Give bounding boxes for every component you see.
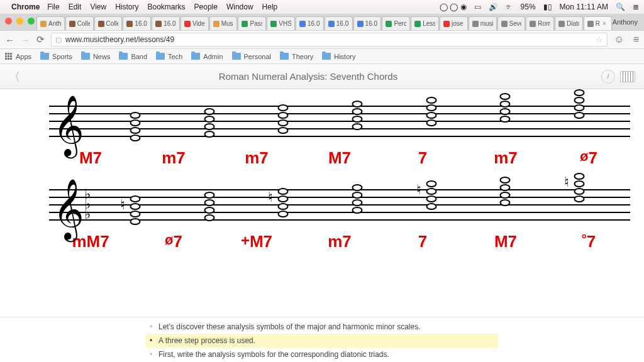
profile-label[interactable]: Anthony	[613, 18, 638, 26]
apps-label: Apps	[16, 53, 31, 60]
menu-history[interactable]: History	[115, 3, 138, 11]
back-button[interactable]: ←	[5, 35, 14, 45]
bookmark-folder[interactable]: Band	[119, 53, 147, 60]
menu-icon[interactable]: ≣	[633, 3, 639, 11]
lesson-step-line[interactable]: First, write the analysis symbols for th…	[146, 348, 498, 361]
browser-tab[interactable]: 16.0	[152, 16, 180, 30]
staff-major	[49, 101, 630, 138]
menubar-app[interactable]: Chrome	[11, 3, 40, 11]
lesson-content: 𝄞 M7m7m7M77m7ø7 𝄞 ♭♭♭ ♮♮♮♮ mM7ø7+M7m77M7…	[0, 89, 644, 317]
chord-quality-label: ø7	[547, 148, 630, 168]
site-info-icon[interactable]: ▢	[55, 36, 62, 44]
browser-tab[interactable]: Diato	[555, 16, 583, 30]
toolbar: ← → ⟳ ▢ www.musictheory.net/lessons/49 ☆…	[0, 30, 644, 49]
menu-view[interactable]: View	[90, 3, 106, 11]
lesson-header: 〈 Roman Numeral Analysis: Seventh Chords…	[0, 64, 644, 89]
menu-people[interactable]: People	[194, 3, 218, 11]
lesson-title: Roman Numeral Analysis: Seventh Chords	[20, 71, 596, 82]
browser-tab[interactable]: Seve	[497, 16, 526, 30]
menu-window[interactable]: Window	[226, 3, 253, 11]
staff-row-major: 𝄞	[0, 101, 644, 138]
chord-quality-label: m7	[464, 148, 547, 168]
browser-tab[interactable]: Less	[411, 16, 439, 30]
battery-icon: ▮▯	[543, 3, 552, 11]
browser-tab[interactable]: Colle	[94, 16, 123, 30]
browser-tab[interactable]: VHS	[267, 16, 295, 30]
chord: ♮	[542, 184, 616, 222]
chord	[469, 184, 543, 222]
minimize-window-icon[interactable]	[16, 18, 23, 25]
chord-quality-label: M7	[464, 232, 547, 251]
menu-bookmarks[interactable]: Bookmarks	[148, 3, 186, 11]
chord-quality-label: 7	[381, 232, 464, 251]
reload-button[interactable]: ⟳	[36, 34, 45, 45]
volume-icon: 🔊	[489, 3, 498, 11]
apps-shortcut[interactable]: Apps	[5, 53, 31, 60]
forward-button: →	[21, 35, 30, 45]
browser-tab[interactable]: Perc	[382, 16, 410, 30]
menu-edit[interactable]: Edit	[69, 3, 82, 11]
bookmark-star-icon[interactable]: ☆	[596, 35, 603, 45]
chord-quality-label: m7	[215, 148, 298, 168]
chord	[172, 101, 247, 138]
chrome-window: AnthColleColle16.016.0VideMusiPassVHS16.…	[0, 14, 644, 362]
bookmark-folder[interactable]: Tech	[156, 53, 182, 60]
browser-tab[interactable]: Musi	[209, 16, 238, 30]
account-icon[interactable]: ☺	[614, 34, 624, 45]
window-controls	[5, 18, 35, 25]
chrome-menu-icon[interactable]: ≡	[633, 34, 639, 45]
battery-text: 95%	[521, 3, 536, 11]
browser-tab[interactable]: 16.0	[296, 16, 324, 30]
chord: ♮	[98, 184, 172, 222]
zoom-window-icon[interactable]	[28, 18, 35, 25]
lesson-step-line[interactable]: A three step process is used.	[146, 334, 498, 348]
chord	[320, 101, 394, 138]
bookmark-folder[interactable]: Sports	[40, 53, 72, 60]
chord-quality-label: ø7	[132, 232, 215, 251]
info-icon[interactable]: i	[601, 70, 615, 84]
spotlight-icon[interactable]: 🔍	[616, 3, 625, 11]
chord: ♮	[246, 184, 320, 222]
browser-tab[interactable]: 16.0	[325, 16, 353, 30]
chord-quality-label: +M7	[215, 232, 298, 251]
chord-labels-major: M7m7m7M77m7ø7	[49, 148, 630, 168]
browser-tab[interactable]: musi	[469, 16, 497, 30]
wifi-icon: ᯤ	[506, 3, 513, 11]
menu-file[interactable]: File	[47, 3, 59, 11]
chord	[172, 184, 247, 222]
url-text: www.musictheory.net/lessons/49	[65, 35, 174, 44]
browser-tab[interactable]: Vide	[180, 16, 209, 30]
browser-tab[interactable]: Pass	[238, 16, 266, 30]
bookmark-folder[interactable]: History	[322, 53, 355, 60]
chord-quality-label: M7	[298, 148, 381, 168]
staff-minor: ♮♮♮♮	[49, 184, 630, 222]
chord-quality-label: 7	[381, 148, 464, 168]
menu-help[interactable]: Help	[262, 3, 278, 11]
chord-quality-label: °7	[547, 232, 630, 251]
browser-tab[interactable]: jose	[440, 16, 468, 30]
lesson-text-panel: Let's discover these analysis symbols of…	[0, 317, 644, 362]
lesson-step-line[interactable]: Let's discover these analysis symbols of…	[146, 320, 498, 334]
bookmark-folder[interactable]: Admin	[191, 53, 223, 60]
browser-tab[interactable]: 16.0	[123, 16, 151, 30]
chord	[246, 101, 320, 138]
bookmark-folder[interactable]: News	[81, 53, 111, 60]
display-icon: ▭	[474, 3, 481, 11]
chord	[320, 184, 394, 222]
lesson-back-button[interactable]: 〈	[9, 69, 20, 84]
bookmark-folder[interactable]: Theory	[280, 53, 313, 60]
tabstrip: AnthColleColle16.016.0VideMusiPassVHS16.…	[0, 14, 644, 30]
mac-menubar: Chrome File Edit View History Bookmarks …	[0, 0, 644, 14]
bookmarks-bar: Apps SportsNewsBandTechAdminPersonalTheo…	[0, 49, 644, 64]
staff-row-minor: 𝄞 ♭♭♭ ♮♮♮♮	[0, 184, 644, 222]
browser-tab[interactable]: Anth	[36, 16, 65, 30]
address-bar[interactable]: ▢ www.musictheory.net/lessons/49 ☆	[51, 33, 608, 47]
bookmark-folder[interactable]: Personal	[232, 53, 271, 60]
piano-icon[interactable]	[620, 71, 635, 82]
browser-tab[interactable]: R×	[584, 16, 612, 30]
browser-tab[interactable]: Colle	[65, 16, 94, 30]
browser-tab[interactable]: 16.0	[353, 16, 382, 30]
browser-tab[interactable]: Rom	[526, 16, 554, 30]
close-window-icon[interactable]	[5, 18, 12, 25]
chord-quality-label: m7	[132, 148, 215, 168]
